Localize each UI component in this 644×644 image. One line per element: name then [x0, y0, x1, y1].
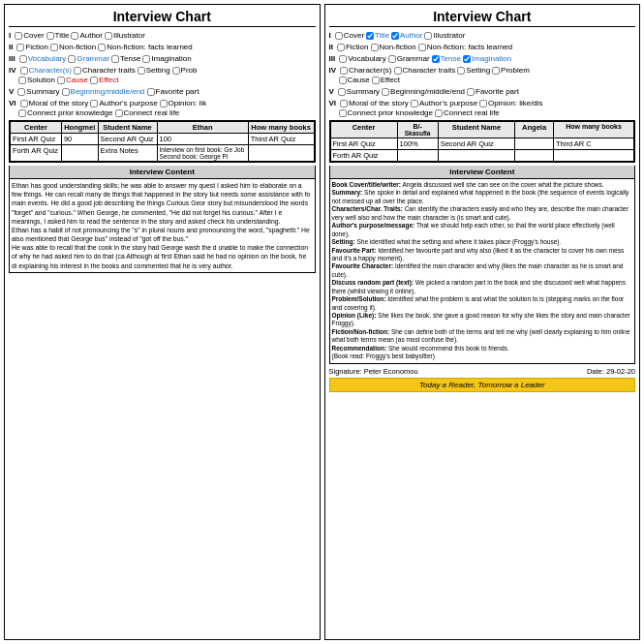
- r-check-fiction[interactable]: Fiction: [337, 43, 369, 51]
- right-panel: Interview Chart I Cover Title Author Ill…: [324, 4, 641, 640]
- r-section-IV: IV Character(s) Character traits Setting…: [329, 66, 636, 84]
- check-nonfiction[interactable]: Non-fiction: [50, 43, 96, 51]
- check-nonfiction-facts[interactable]: Non-fiction: facts learned: [98, 43, 193, 51]
- page-wrapper: Interview Chart I Cover Title Author Ill…: [4, 4, 640, 640]
- check-tense[interactable]: Tense: [111, 54, 140, 63]
- right-panel-title: Interview Chart: [329, 9, 636, 27]
- r-check-connect-real[interactable]: Connect real life: [435, 108, 500, 117]
- check-author[interactable]: Author: [71, 31, 103, 40]
- r-check-opinion[interactable]: Opinion: like/dis: [479, 99, 542, 107]
- section-I: I Cover Title Author Illustrator: [9, 31, 316, 40]
- r-check-char-traits[interactable]: Character traits: [394, 66, 456, 75]
- th-books-l: How many books: [248, 122, 314, 134]
- r-th-student: Student Name: [438, 122, 515, 138]
- check-opinion-l[interactable]: Opinion: lik: [160, 99, 207, 107]
- left-panel-title: Interview Chart: [9, 9, 316, 27]
- check-cause[interactable]: Cause: [57, 76, 88, 84]
- r-check-setting[interactable]: Setting: [457, 66, 490, 75]
- r-section-V: V Summary Beginning/middle/end Favorite …: [329, 87, 636, 96]
- r-check-problem[interactable]: Problem: [492, 66, 530, 75]
- left-panel: Interview Chart I Cover Title Author Ill…: [4, 4, 321, 640]
- check-effect[interactable]: Effect: [90, 76, 118, 84]
- r-th-b: B/-Skasufia: [397, 122, 438, 138]
- r-check-vocabulary[interactable]: Vocabulary: [339, 54, 386, 63]
- check-illustrator[interactable]: Illustrator: [105, 31, 145, 40]
- check-summary-l[interactable]: Summary: [17, 87, 59, 96]
- check-author-purpose-l[interactable]: Author's purpose: [90, 99, 157, 107]
- footer-banner: Today a Reader, Tomorrow a Leader: [329, 378, 636, 392]
- r-check-title[interactable]: Title: [366, 31, 389, 40]
- left-table: Center Hongmei Student Name Ethan How ma…: [9, 120, 316, 163]
- r-th-center: Center: [330, 122, 397, 138]
- r-check-bme[interactable]: Beginning/middle/end: [382, 87, 465, 96]
- r-check-author[interactable]: Author: [391, 31, 423, 40]
- table-row: First AR Quiz 100% Second AR Quiz Third …: [330, 138, 634, 150]
- check-prob[interactable]: Prob: [172, 66, 198, 75]
- r-th-angela: Angela: [515, 122, 554, 138]
- r-section-II: II Fiction Non-fiction Non-fiction: fact…: [329, 43, 636, 51]
- check-title[interactable]: Title: [46, 31, 70, 40]
- th-ethan: Ethan: [157, 122, 248, 134]
- check-setting[interactable]: Setting: [138, 66, 170, 75]
- check-characters[interactable]: Character(s): [20, 66, 72, 75]
- r-check-illustrator[interactable]: Illustrator: [424, 31, 465, 40]
- table-row: Forth AR Quiz Extra Notes Interview on f…: [11, 145, 315, 162]
- table-row: Forth AR Quiz: [330, 150, 634, 162]
- r-check-cause[interactable]: Cause: [339, 76, 370, 84]
- section-VI: VI Moral of the story Author's purpose O…: [9, 99, 316, 117]
- section-IV: IV Character(s) Character traits Setting…: [9, 66, 316, 84]
- check-connect-prior-l[interactable]: Connect prior knowledge: [18, 108, 113, 117]
- r-check-connect-prior[interactable]: Connect prior knowledge: [339, 108, 434, 117]
- r-check-characters[interactable]: Character(s): [340, 66, 391, 75]
- r-check-imagination[interactable]: Imagination: [463, 54, 511, 63]
- r-check-nonfiction[interactable]: Non-fiction: [371, 43, 416, 51]
- signature: Signature: Peter Economou: [329, 367, 418, 376]
- right-table: Center B/-Skasufia Student Name Angela H…: [329, 120, 636, 163]
- section-II: II Fiction Non-fiction Non-fiction: fact…: [9, 43, 316, 51]
- check-grammar[interactable]: Grammar: [68, 54, 109, 63]
- r-check-summary[interactable]: Summary: [338, 87, 380, 96]
- r-check-fav[interactable]: Favorite part: [467, 87, 519, 96]
- table-row: First AR Quiz 90 Second AR Quiz 100 Thir…: [11, 134, 315, 145]
- th-hongmei: Hongmei: [61, 122, 98, 134]
- check-char-traits[interactable]: Character traits: [74, 66, 136, 75]
- left-content-header: Interview Content: [9, 166, 316, 179]
- th-center-l: Center: [11, 122, 62, 134]
- r-check-cover[interactable]: Cover: [335, 31, 364, 40]
- check-bme-l[interactable]: Beginning/middle/end: [62, 87, 145, 96]
- check-solution[interactable]: Solution: [18, 76, 55, 84]
- check-imagination[interactable]: Imagination: [142, 54, 191, 63]
- r-check-moral[interactable]: Moral of the story: [340, 99, 409, 107]
- r-check-effect[interactable]: Effect: [372, 76, 400, 84]
- section-num-I: I: [9, 31, 11, 40]
- check-fiction[interactable]: Fiction: [16, 43, 48, 51]
- r-section-VI: VI Moral of the story Author's purpose O…: [329, 99, 636, 117]
- check-fav-l[interactable]: Favorite part: [147, 87, 199, 96]
- check-moral-l[interactable]: Moral of the story: [20, 99, 89, 107]
- section-V: V Summary Beginning/middle/end Favorite …: [9, 87, 316, 96]
- r-section-I: I Cover Title Author Illustrator: [329, 31, 636, 40]
- th-student-l: Student Name: [98, 122, 157, 134]
- right-content-header: Interview Content: [329, 166, 636, 179]
- signature-row: Signature: Peter Economou Date: 29-02-20: [329, 367, 636, 376]
- check-cover[interactable]: Cover: [15, 31, 44, 40]
- date: Date: 29-02-20: [587, 367, 635, 376]
- r-check-tense[interactable]: Tense: [432, 54, 461, 63]
- r-section-III: III Vocabulary Grammar Tense Imagination: [329, 54, 636, 63]
- right-content-text: Book Cover/title/writer: Angela discusse…: [329, 179, 636, 364]
- r-check-nonfiction-facts[interactable]: Non-fiction: facts learned: [418, 43, 513, 51]
- check-vocabulary[interactable]: Vocabulary: [19, 54, 67, 63]
- check-connect-real-l[interactable]: Connect real life: [115, 108, 180, 117]
- r-check-grammar[interactable]: Grammar: [388, 54, 430, 63]
- section-III: III Vocabulary Grammar Tense Imagination: [9, 54, 316, 63]
- left-content-text: Ethan has good understanding skills; he …: [9, 179, 316, 273]
- r-th-books: How many books: [554, 122, 634, 138]
- r-check-author-purpose[interactable]: Author's purpose: [411, 99, 477, 107]
